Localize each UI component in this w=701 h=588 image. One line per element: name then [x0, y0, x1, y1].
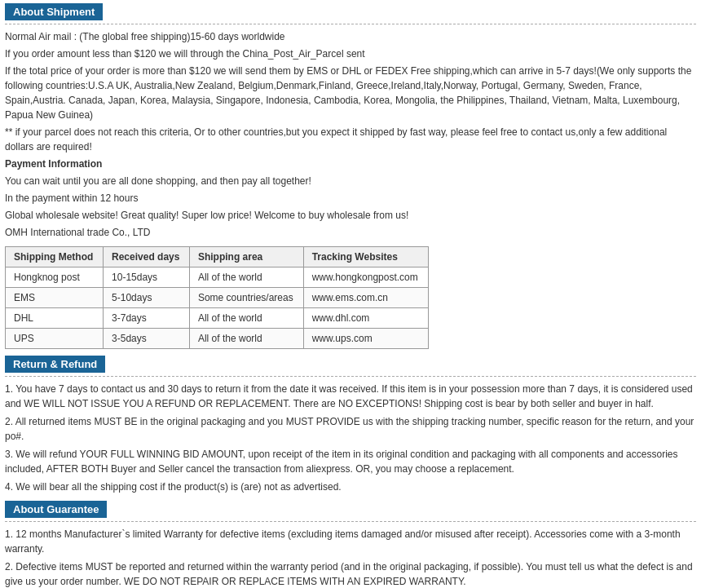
col-tracking: Tracking Websites: [303, 247, 428, 267]
col-method: Shipping Method: [6, 247, 104, 267]
shipment-line-0: Normal Air mail : (The global free shipp…: [5, 29, 696, 44]
shipment-divider: [5, 24, 696, 24]
shipment-section: About Shipment Normal Air mail : (The gl…: [5, 3, 696, 349]
shipment-line-8: OMH International trade Co., LTD: [5, 225, 696, 240]
guarantee-items: 1. 12 months Manufacturer`s limited Warr…: [5, 527, 696, 588]
guarantee-item: 1. 12 months Manufacturer`s limited Warr…: [5, 527, 696, 556]
table-cell: Some countries/areas: [189, 288, 303, 308]
guarantee-divider: [5, 521, 696, 522]
table-cell: UPS: [6, 329, 104, 349]
refund-divider: [5, 376, 696, 377]
table-cell: DHL: [6, 308, 104, 329]
table-cell: www.dhl.com: [303, 308, 428, 329]
table-row: EMS5-10daysSome countries/areaswww.ems.c…: [6, 288, 429, 308]
shipment-line-7: Global wholesale website! Great quality!…: [5, 208, 696, 223]
table-row: DHL3-7daysAll of the worldwww.dhl.com: [6, 308, 429, 329]
table-cell: 3-7days: [104, 308, 190, 329]
guarantee-header: About Guarantee: [5, 501, 107, 518]
table-row: UPS3-5daysAll of the worldwww.ups.com: [6, 329, 429, 349]
table-cell: 5-10days: [104, 288, 190, 308]
page-container: About Shipment Normal Air mail : (The gl…: [0, 0, 701, 588]
guarantee-section: About Guarantee 1. 12 months Manufacture…: [5, 501, 696, 588]
shipment-line-1: If you order amount less than $120 we wi…: [5, 46, 696, 61]
refund-item: 1. You have 7 days to contact us and 30 …: [5, 382, 696, 411]
table-cell: All of the world: [189, 267, 303, 288]
refund-item: 3. We will refund YOUR FULL WINNING BID …: [5, 447, 696, 476]
shipping-table: Shipping Method Received days Shipping a…: [5, 246, 429, 349]
refund-header: Return & Refund: [5, 356, 105, 373]
table-header-row: Shipping Method Received days Shipping a…: [6, 247, 429, 267]
table-row: Hongknog post10-15daysAll of the worldww…: [6, 267, 429, 288]
shipment-line-5: You can wait until you are all done shop…: [5, 174, 696, 188]
col-received: Received days: [104, 247, 190, 267]
table-cell: EMS: [6, 288, 104, 308]
shipment-line-4: Payment Information: [5, 157, 696, 171]
shipment-header: About Shipment: [5, 3, 103, 20]
table-cell: www.hongkongpost.com: [303, 267, 428, 288]
table-cell: www.ups.com: [303, 329, 428, 349]
table-cell: 3-5days: [104, 329, 190, 349]
refund-item: 2. All returned items MUST BE in the ori…: [5, 414, 696, 444]
shipment-line-2: If the total price of your order is more…: [5, 64, 696, 122]
shipment-line-3: ** if your parcel does not reach this cr…: [5, 125, 696, 154]
refund-item: 4. We will bear all the shipping cost if…: [5, 480, 696, 494]
table-cell: All of the world: [189, 329, 303, 349]
table-cell: www.ems.com.cn: [303, 288, 428, 308]
table-cell: 10-15days: [104, 267, 190, 288]
shipment-line-6: In the payment within 12 hours: [5, 191, 696, 206]
guarantee-item: 2. Defective items MUST be reported and …: [5, 559, 696, 588]
table-cell: Hongknog post: [6, 267, 104, 288]
refund-items: 1. You have 7 days to contact us and 30 …: [5, 382, 696, 494]
col-area: Shipping area: [189, 247, 303, 267]
table-cell: All of the world: [189, 308, 303, 329]
refund-section: Return & Refund 1. You have 7 days to co…: [5, 356, 696, 494]
